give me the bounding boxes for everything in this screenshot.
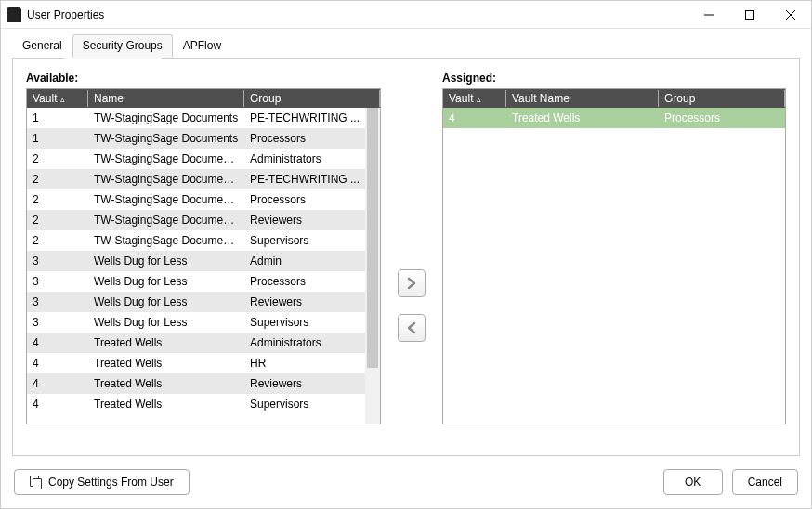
header-assigned-vault[interactable]: Vault: [443, 90, 506, 107]
cell-name: Treated Wells: [88, 334, 244, 351]
cell-name: TW-StagingSage Documents Test: [88, 232, 244, 249]
footer: Copy Settings From User OK Cancel: [1, 456, 811, 508]
cell-name: Treated Wells: [88, 355, 244, 372]
table-row[interactable]: 1TW-StagingSage DocumentsPE-TECHWRITING …: [27, 108, 365, 128]
cell-vault: 3: [27, 273, 88, 290]
table-row[interactable]: 4Treated WellsSupervisors: [27, 394, 365, 414]
table-row[interactable]: 3Wells Dug for LessAdmin: [27, 251, 365, 271]
cell-group: Reviewers: [244, 375, 365, 392]
cell-name: TW-StagingSage Documents: [88, 130, 244, 147]
titlebar: User Properties: [1, 1, 811, 29]
table-row[interactable]: 3Wells Dug for LessSupervisors: [27, 312, 365, 333]
cell-vault: 3: [27, 253, 88, 269]
cancel-button[interactable]: Cancel: [732, 469, 798, 495]
available-scrollbar[interactable]: [365, 108, 380, 424]
table-row[interactable]: 2TW-StagingSage Documents TestAdministra…: [27, 149, 365, 169]
cell-vault: 2: [27, 212, 88, 228]
cell-name: TW-StagingSage Documents Test: [88, 212, 244, 228]
cell-name: Wells Dug for Less: [88, 294, 244, 310]
ok-button[interactable]: OK: [663, 469, 723, 495]
svg-rect-0: [746, 10, 754, 19]
cell-vault: 2: [27, 171, 88, 188]
cell-vault: 4: [27, 396, 88, 412]
cell-group: Reviewers: [244, 294, 365, 310]
table-row[interactable]: 3Wells Dug for LessProcessors: [27, 271, 365, 292]
minimize-button[interactable]: [688, 1, 729, 29]
cell-group: Processors: [244, 130, 365, 147]
cell-vault: 1: [27, 110, 88, 126]
table-row[interactable]: 2TW-StagingSage Documents TestReviewers: [27, 210, 365, 230]
cell-vault: 4: [443, 110, 506, 126]
window-title: User Properties: [27, 8, 104, 21]
header-assigned-group[interactable]: Group: [659, 90, 785, 107]
table-row[interactable]: 2TW-StagingSage Documents TestPE-TECHWRI…: [27, 169, 365, 189]
move-right-button[interactable]: [398, 269, 426, 297]
cell-name: TW-StagingSage Documents Test: [88, 191, 244, 208]
cell-name: Treated Wells: [88, 396, 244, 412]
cell-vault: 2: [27, 150, 88, 167]
cell-vault: 1: [27, 130, 88, 147]
table-row[interactable]: 4Treated WellsHR: [27, 353, 365, 373]
cell-vault: 2: [27, 191, 88, 208]
available-grid[interactable]: Vault Name Group 1TW-StagingSage Documen…: [26, 88, 381, 424]
cell-name: TW-StagingSage Documents: [88, 110, 244, 126]
cell-name: TW-StagingSage Documents Test: [88, 171, 244, 188]
header-vault[interactable]: Vault: [27, 90, 88, 107]
close-button[interactable]: [770, 1, 811, 29]
cell-group: Supervisors: [244, 396, 365, 412]
tabs: General Security Groups APFlow: [1, 29, 811, 58]
cell-group: Supervisors: [244, 232, 365, 249]
table-row[interactable]: 4Treated WellsReviewers: [27, 373, 365, 394]
cell-name: Wells Dug for Less: [88, 273, 244, 290]
cell-vault: 3: [27, 314, 88, 331]
copy-settings-label: Copy Settings From User: [48, 476, 174, 489]
copy-icon: [30, 476, 43, 489]
cell-group: Processors: [244, 191, 365, 208]
cell-group: PE-TECHWRITING ...: [244, 171, 365, 188]
table-row[interactable]: 1TW-StagingSage DocumentsProcessors: [27, 128, 365, 149]
maximize-button[interactable]: [729, 1, 770, 29]
move-left-button[interactable]: [398, 314, 426, 342]
cell-name: TW-StagingSage Documents Test: [88, 150, 244, 167]
cell-vault: 4: [27, 355, 88, 372]
table-row[interactable]: 4Treated WellsAdministrators: [27, 333, 365, 353]
table-row[interactable]: 4Treated WellsProcessors: [443, 108, 785, 128]
cell-group: Reviewers: [244, 212, 365, 228]
available-header: Vault Name Group: [27, 89, 380, 108]
tab-general[interactable]: General: [12, 34, 72, 58]
cell-name: Wells Dug for Less: [88, 314, 244, 331]
cell-name: Wells Dug for Less: [88, 253, 244, 269]
header-name[interactable]: Name: [88, 90, 244, 107]
scrollbar-thumb[interactable]: [367, 108, 378, 368]
cell-name: Treated Wells: [88, 375, 244, 392]
transfer-buttons: [398, 164, 426, 446]
assigned-label: Assigned:: [442, 72, 786, 85]
cell-group: Administrators: [244, 150, 365, 167]
table-row[interactable]: 2TW-StagingSage Documents TestSupervisor…: [27, 230, 365, 251]
cell-group: PE-TECHWRITING ...: [244, 110, 365, 126]
tab-security-groups[interactable]: Security Groups: [72, 34, 173, 58]
cell-vault: 4: [27, 334, 88, 351]
cell-vault-name: Treated Wells: [506, 110, 659, 126]
available-panel: Available: Vault Name Group 1TW-StagingS…: [26, 72, 381, 446]
tab-panel: Available: Vault Name Group 1TW-StagingS…: [12, 58, 800, 456]
app-icon: [7, 7, 21, 22]
table-row[interactable]: 3Wells Dug for LessReviewers: [27, 292, 365, 312]
cell-vault: 4: [27, 375, 88, 392]
header-group[interactable]: Group: [244, 90, 380, 107]
cell-group: Admin: [244, 253, 365, 269]
header-assigned-vault-name[interactable]: Vault Name: [506, 90, 659, 107]
cell-vault: 2: [27, 232, 88, 249]
table-row[interactable]: 2TW-StagingSage Documents TestProcessors: [27, 189, 365, 210]
cell-group: Processors: [659, 110, 785, 126]
cell-group: Supervisors: [244, 314, 365, 331]
assigned-grid[interactable]: Vault Vault Name Group 4Treated WellsPro…: [442, 88, 786, 424]
assigned-panel: Assigned: Vault Vault Name Group 4Treate…: [442, 72, 786, 446]
available-label: Available:: [26, 72, 381, 85]
cell-vault: 3: [27, 294, 88, 310]
cell-group: HR: [244, 355, 365, 372]
assigned-header: Vault Vault Name Group: [443, 89, 785, 108]
tab-apflow[interactable]: APFlow: [173, 34, 231, 58]
cell-group: Processors: [244, 273, 365, 290]
copy-settings-button[interactable]: Copy Settings From User: [14, 469, 190, 495]
